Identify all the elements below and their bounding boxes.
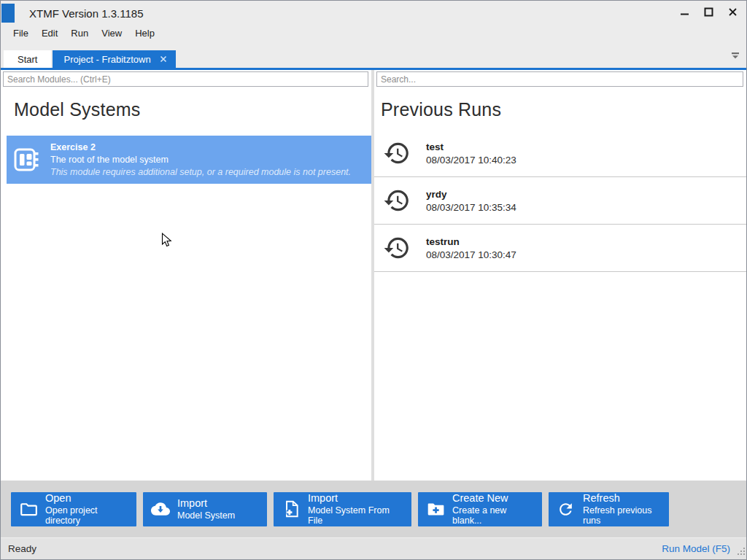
runs-list: test 08/03/2017 10:40:23 yrdy 08/03/2017… (374, 130, 746, 272)
status-bar: Ready Run Model (F5) (1, 537, 746, 559)
folder-plus-icon (426, 499, 446, 518)
menu-run[interactable]: Run (64, 24, 95, 42)
button-title: Import (177, 497, 235, 510)
previous-runs-panel: Previous Runs test 08/03/2017 10:40:23 (374, 70, 746, 481)
button-title: Open (45, 492, 129, 505)
menu-view[interactable]: View (95, 24, 128, 42)
tab-label: Project - Frabitztown (63, 54, 150, 65)
run-text: test 08/03/2017 10:40:23 (426, 141, 516, 166)
file-plus-icon (282, 499, 301, 518)
run-timestamp: 08/03/2017 10:40:23 (426, 155, 516, 166)
tab-strip: Start Project - Frabitztown (1, 43, 746, 68)
module-icon (12, 146, 40, 174)
window-title: XTMF Version 1.3.1185 (29, 7, 143, 20)
menu-file[interactable]: File (7, 24, 35, 42)
history-icon (383, 187, 411, 214)
button-subtitle: Model System (177, 510, 235, 521)
button-subtitle: Refresh previous runs (583, 505, 662, 526)
model-system-item-exercise-2[interactable]: Exercise 2 The root of the model system … (7, 136, 371, 184)
history-icon (383, 234, 411, 262)
tab-overflow-icon[interactable] (731, 50, 740, 63)
run-text: yrdy 08/03/2017 10:35:34 (426, 189, 516, 213)
button-subtitle: Create a new blank... (452, 505, 535, 526)
bottom-toolbar: Open Open project directory Import Model… (1, 481, 746, 537)
model-systems-heading: Model Systems (14, 99, 371, 120)
run-timestamp: 08/03/2017 10:30:47 (426, 249, 516, 260)
window-controls (680, 7, 738, 17)
run-name: test (426, 141, 516, 152)
menu-help[interactable]: Help (128, 24, 161, 42)
main-content: Model Systems Exercise 2 The roo (1, 70, 746, 481)
close-button[interactable] (728, 7, 738, 17)
app-window: XTMF Version 1.3.1185 File Edit Run View… (0, 0, 747, 560)
previous-runs-heading: Previous Runs (381, 99, 746, 120)
run-name: yrdy (426, 189, 516, 200)
tab-project-frabitztown[interactable]: Project - Frabitztown (53, 50, 175, 68)
search-modules-input[interactable] (3, 71, 368, 87)
history-icon (383, 139, 411, 167)
tab-close-icon[interactable] (159, 55, 168, 63)
button-title: Refresh (583, 492, 662, 505)
import-model-system-button[interactable]: Import Model System (143, 492, 267, 526)
minimize-button[interactable] (680, 7, 689, 17)
open-project-button[interactable]: Open Open project directory (11, 492, 136, 526)
title-bar[interactable]: XTMF Version 1.3.1185 (1, 1, 746, 23)
run-name: testrun (426, 236, 516, 247)
menu-bar: File Edit Run View Help (1, 23, 746, 43)
run-timestamp: 08/03/2017 10:35:34 (426, 202, 516, 213)
resize-grip[interactable] (737, 545, 746, 559)
button-subtitle: Open project directory (45, 505, 129, 526)
run-model-link[interactable]: Run Model (F5) (662, 543, 730, 554)
create-new-model-system-button[interactable]: Create New Create a new blank... (418, 492, 542, 526)
button-title: Import (308, 492, 404, 505)
run-row-testrun[interactable]: testrun 08/03/2017 10:30:47 (374, 225, 746, 272)
button-subtitle: Model System From File (308, 505, 404, 526)
run-row-yrdy[interactable]: yrdy 08/03/2017 10:35:34 (374, 177, 746, 225)
search-runs-input[interactable] (376, 71, 743, 87)
model-system-text: Exercise 2 The root of the model system … (50, 142, 351, 177)
model-system-description: The root of the model system (50, 155, 351, 165)
model-system-warning: This module requires additional setup, o… (50, 167, 351, 177)
status-text: Ready (8, 543, 36, 554)
folder-icon (19, 499, 39, 518)
menu-edit[interactable]: Edit (35, 24, 64, 42)
cloud-download-icon (151, 499, 171, 518)
model-system-name: Exercise 2 (50, 142, 351, 152)
app-icon (1, 4, 15, 23)
import-model-system-from-file-button[interactable]: Import Model System From File (274, 492, 411, 526)
maximize-button[interactable] (704, 7, 713, 17)
run-text: testrun 08/03/2017 10:30:47 (426, 236, 516, 260)
refresh-icon (557, 500, 576, 518)
run-row-test[interactable]: test 08/03/2017 10:40:23 (374, 130, 746, 177)
tab-start[interactable]: Start (4, 50, 51, 68)
refresh-previous-runs-button[interactable]: Refresh Refresh previous runs (549, 492, 669, 526)
button-title: Create New (452, 492, 535, 505)
model-systems-panel: Model Systems Exercise 2 The roo (1, 70, 371, 481)
